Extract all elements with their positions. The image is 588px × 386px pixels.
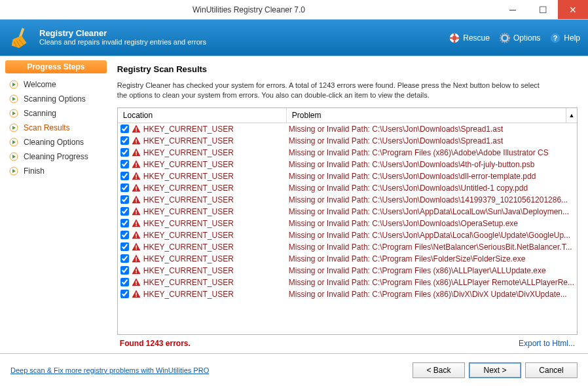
- svg-rect-15: [136, 130, 137, 132]
- row-problem: Missing or Invalid Path: C:\Users\Jon\Do…: [289, 125, 574, 134]
- header-title: Registry Cleaner: [39, 28, 449, 38]
- sidebar: Progress Steps WelcomeScanning OptionsSc…: [0, 56, 111, 353]
- broom-icon: [8, 26, 33, 50]
- result-row[interactable]: HKEY_CURRENT_USERMissing or Invalid Path…: [118, 170, 577, 182]
- close-button[interactable]: ✕: [558, 0, 588, 19]
- svg-rect-43: [136, 296, 137, 297]
- svg-rect-26: [136, 198, 137, 201]
- result-row[interactable]: HKEY_CURRENT_USERMissing or Invalid Path…: [118, 147, 577, 159]
- row-checkbox[interactable]: [120, 195, 129, 204]
- row-location: HKEY_CURRENT_USER: [143, 231, 289, 240]
- column-problem[interactable]: Problem: [287, 108, 566, 123]
- row-checkbox[interactable]: [120, 148, 129, 157]
- error-icon: [132, 125, 141, 134]
- row-location: HKEY_CURRENT_USER: [143, 207, 289, 216]
- result-row[interactable]: HKEY_CURRENT_USERMissing or Invalid Path…: [118, 123, 577, 135]
- error-icon: [132, 136, 141, 145]
- row-problem: Missing or Invalid Path: C:\Users\Jon\Ap…: [289, 207, 574, 216]
- result-row[interactable]: HKEY_CURRENT_USERMissing or Invalid Path…: [118, 206, 577, 218]
- row-checkbox[interactable]: [120, 290, 129, 298]
- rescue-icon: [449, 32, 460, 44]
- results-list: Location Problem ▲ HKEY_CURRENT_USERMiss…: [117, 107, 578, 335]
- rescue-label: Rescue: [463, 33, 490, 43]
- results-title: Registry Scan Results: [117, 64, 578, 74]
- step-label: Finish: [24, 166, 45, 176]
- row-problem: Missing or Invalid Path: C:\Program File…: [289, 254, 574, 263]
- svg-rect-33: [136, 237, 137, 238]
- header-subtitle: Cleans and repairs invalid registry entr…: [39, 38, 449, 47]
- row-problem: Missing or Invalid Path: C:\Program File…: [289, 278, 574, 287]
- result-row[interactable]: HKEY_CURRENT_USERMissing or Invalid Path…: [118, 194, 577, 206]
- maximize-button[interactable]: ☐: [528, 0, 558, 19]
- pro-upgrade-link[interactable]: Deep scan & Fix more registry problems w…: [10, 366, 209, 374]
- result-row[interactable]: HKEY_CURRENT_USERMissing or Invalid Path…: [118, 218, 577, 229]
- sidebar-step-scanning-options[interactable]: Scanning Options: [5, 92, 107, 106]
- result-row[interactable]: HKEY_CURRENT_USERMissing or Invalid Path…: [118, 265, 577, 277]
- row-location: HKEY_CURRENT_USER: [143, 125, 289, 134]
- row-checkbox[interactable]: [120, 254, 129, 263]
- result-row[interactable]: HKEY_CURRENT_USERMissing or Invalid Path…: [118, 229, 577, 241]
- row-checkbox[interactable]: [120, 207, 129, 216]
- row-checkbox[interactable]: [120, 266, 129, 275]
- minimize-button[interactable]: ─: [498, 0, 528, 19]
- step-label: Cleaning Progress: [24, 152, 88, 161]
- result-row[interactable]: HKEY_CURRENT_USERMissing or Invalid Path…: [118, 135, 577, 147]
- list-rows[interactable]: HKEY_CURRENT_USERMissing or Invalid Path…: [118, 123, 577, 334]
- result-row[interactable]: HKEY_CURRENT_USERMissing or Invalid Path…: [118, 277, 577, 288]
- back-button[interactable]: < Back: [413, 362, 465, 378]
- next-button[interactable]: Next >: [469, 362, 521, 378]
- sidebar-step-scan-results[interactable]: Scan Results: [5, 121, 107, 135]
- row-problem: Missing or Invalid Path: C:\Program File…: [289, 242, 574, 252]
- export-html-link[interactable]: Export to Html...: [519, 339, 575, 348]
- error-icon: [132, 219, 141, 228]
- rescue-button[interactable]: Rescue: [449, 32, 490, 44]
- column-location[interactable]: Location: [118, 108, 287, 123]
- step-label: Scanning Options: [24, 94, 86, 104]
- step-label: Scanning: [24, 109, 56, 118]
- sidebar-step-welcome[interactable]: Welcome: [5, 77, 107, 92]
- row-checkbox[interactable]: [120, 231, 129, 239]
- sidebar-step-cleaning-progress[interactable]: Cleaning Progress: [5, 149, 107, 164]
- cancel-button[interactable]: Cancel: [525, 362, 578, 378]
- svg-rect-37: [136, 260, 137, 261]
- svg-rect-17: [136, 142, 137, 144]
- sidebar-step-scanning[interactable]: Scanning: [5, 106, 107, 121]
- row-problem: Missing or Invalid Path: C:\Users\Jon\Do…: [289, 172, 574, 181]
- svg-rect-14: [136, 127, 137, 130]
- svg-rect-29: [136, 213, 137, 214]
- help-label: Help: [564, 33, 580, 43]
- header-actions: Rescue Options ? Help: [449, 32, 580, 44]
- step-label: Welcome: [24, 80, 56, 89]
- result-row[interactable]: HKEY_CURRENT_USERMissing or Invalid Path…: [118, 241, 577, 253]
- row-checkbox[interactable]: [120, 172, 129, 180]
- row-checkbox[interactable]: [120, 136, 129, 145]
- row-location: HKEY_CURRENT_USER: [143, 266, 289, 275]
- svg-rect-18: [136, 151, 137, 153]
- svg-rect-41: [136, 284, 137, 285]
- row-checkbox[interactable]: [120, 242, 129, 251]
- summary-bar: Found 1243 errors. Export to Html...: [117, 335, 578, 348]
- row-checkbox[interactable]: [120, 125, 129, 133]
- row-checkbox[interactable]: [120, 160, 129, 168]
- row-problem: Missing or Invalid Path: C:\Program File…: [289, 148, 574, 157]
- result-row[interactable]: HKEY_CURRENT_USERMissing or Invalid Path…: [118, 159, 577, 170]
- svg-rect-35: [136, 248, 137, 250]
- svg-rect-38: [136, 269, 137, 271]
- result-row[interactable]: HKEY_CURRENT_USERMissing or Invalid Path…: [118, 182, 577, 194]
- step-label: Cleaning Options: [24, 138, 84, 147]
- row-problem: Missing or Invalid Path: C:\Users\Jon\Do…: [289, 136, 574, 145]
- sidebar-step-cleaning-options[interactable]: Cleaning Options: [5, 135, 107, 149]
- scroll-up-button[interactable]: ▲: [566, 108, 577, 123]
- error-icon: [132, 172, 141, 181]
- options-button[interactable]: Options: [499, 32, 540, 44]
- result-row[interactable]: HKEY_CURRENT_USERMissing or Invalid Path…: [118, 288, 577, 300]
- result-row[interactable]: HKEY_CURRENT_USERMissing or Invalid Path…: [118, 253, 577, 265]
- row-checkbox[interactable]: [120, 183, 129, 192]
- svg-rect-39: [136, 272, 137, 273]
- sidebar-step-finish[interactable]: Finish: [5, 164, 107, 178]
- row-checkbox[interactable]: [120, 278, 129, 286]
- window-system-buttons: ─ ☐ ✕: [498, 0, 588, 19]
- row-checkbox[interactable]: [120, 219, 129, 227]
- titlebar: WinUtilities Registry Cleaner 7.0 ─ ☐ ✕: [0, 0, 588, 20]
- help-button[interactable]: ? Help: [549, 32, 580, 44]
